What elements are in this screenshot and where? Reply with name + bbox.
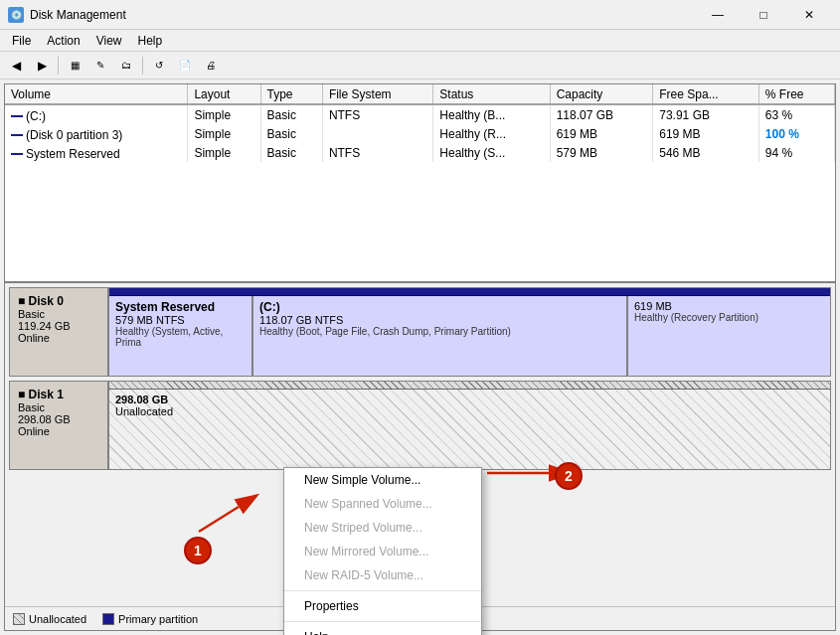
ctx-new-striped-volume: New Striped Volume...	[284, 516, 481, 540]
cell-status: Healthy (S...	[433, 143, 550, 162]
table-row[interactable]: (C:) Simple Basic NTFS Healthy (B... 118…	[5, 104, 835, 124]
cell-layout: Simple	[188, 124, 260, 143]
back-button[interactable]: ◀	[4, 55, 28, 77]
disk-1-status: Online	[18, 425, 99, 437]
disk-icon: ■	[18, 294, 29, 308]
disk-1-bar-unalloc	[109, 382, 830, 390]
legend-unalloc-label: Unallocated	[29, 613, 86, 625]
ctx-help[interactable]: Help	[284, 625, 481, 635]
disk-0-status: Online	[18, 332, 99, 344]
minimize-button[interactable]: —	[695, 0, 741, 30]
toolbar-separator-2	[142, 57, 143, 75]
partition-size: 619 MB	[634, 300, 824, 312]
cell-layout: Simple	[188, 104, 260, 124]
disk-0-name: ■ Disk 0	[18, 294, 99, 308]
toolbar-btn-3[interactable]: 🗂	[114, 55, 138, 77]
col-status[interactable]: Status	[433, 84, 550, 104]
disk-1-size: 298.08 GB	[18, 413, 99, 425]
toolbar-btn-5[interactable]: 📄	[173, 55, 197, 77]
cell-pct: 100 %	[758, 124, 834, 143]
cell-type: Basic	[260, 143, 322, 162]
menu-help[interactable]: Help	[130, 30, 171, 51]
toolbar-btn-2[interactable]: ✎	[88, 55, 112, 77]
maximize-button[interactable]: □	[741, 0, 786, 30]
ctx-new-spanned-volume: New Spanned Volume...	[284, 492, 481, 516]
ctx-sep-2	[284, 621, 481, 622]
close-button[interactable]: ✕	[786, 0, 832, 30]
cell-capacity: 619 MB	[550, 124, 653, 143]
partition-name: System Reserved	[115, 300, 246, 314]
toolbar-btn-4[interactable]: ↺	[147, 55, 171, 77]
partition-recovery[interactable]: 619 MB Healthy (Recovery Partition)	[628, 296, 830, 376]
partition-name: (C:)	[259, 300, 620, 314]
disk-1-type: Basic	[18, 401, 99, 413]
volumes-table: Volume Layout Type File System Status Ca…	[5, 84, 835, 162]
legend-unallocated: Unallocated	[13, 613, 86, 625]
partition-status: Healthy (System, Active, Prima	[115, 326, 246, 348]
cell-free: 619 MB	[653, 124, 759, 143]
legend-unalloc-icon	[13, 613, 25, 625]
col-capacity[interactable]: Capacity	[550, 84, 653, 104]
toolbar-btn-1[interactable]: ▦	[63, 55, 86, 77]
menu-file[interactable]: File	[4, 30, 39, 51]
disk-1-partitions-row: 298.08 GB Unallocated	[109, 390, 830, 469]
menu-view[interactable]: View	[88, 30, 130, 51]
partition-size: 118.07 GB NTFS	[259, 314, 620, 326]
col-percentfree[interactable]: % Free	[758, 84, 834, 104]
disk-0-label: ■ Disk 0 Basic 119.24 GB Online	[10, 288, 109, 376]
annotation-badge-1: 1	[184, 537, 212, 564]
forward-button[interactable]: ▶	[30, 55, 54, 77]
cell-status: Healthy (B...	[433, 104, 550, 124]
menu-bar: File Action View Help	[0, 30, 840, 52]
cell-volume: (Disk 0 partition 3)	[5, 124, 188, 143]
cell-status: Healthy (R...	[433, 124, 550, 143]
annotation-badge-2: 2	[555, 462, 583, 490]
cell-free: 73.91 GB	[653, 104, 759, 124]
cell-volume: System Reserved	[5, 143, 188, 162]
partition-unallocated[interactable]: 298.08 GB Unallocated	[109, 390, 830, 469]
ctx-new-simple-volume[interactable]: New Simple Volume...	[284, 468, 481, 492]
table-row[interactable]: System Reserved Simple Basic NTFS Health…	[5, 143, 835, 162]
disk-0-row: ■ Disk 0 Basic 119.24 GB Online System R…	[9, 287, 831, 377]
partition-sysreserved[interactable]: System Reserved 579 MB NTFS Healthy (Sys…	[109, 296, 253, 376]
ctx-new-raid5-volume: New RAID-5 Volume...	[284, 563, 481, 587]
disk-1-row: ■ Disk 1 Basic 298.08 GB Online 298.08 G…	[9, 381, 831, 470]
legend-primary-label: Primary partition	[118, 613, 198, 625]
disk-0-size: 119.24 GB	[18, 320, 99, 332]
disk-0-partitions: System Reserved 579 MB NTFS Healthy (Sys…	[109, 288, 830, 376]
app-icon: 💿	[8, 7, 24, 23]
disk-0-bar-1	[109, 288, 253, 296]
window-title: Disk Management	[30, 8, 126, 22]
col-filesystem[interactable]: File System	[322, 84, 432, 104]
col-layout[interactable]: Layout	[188, 84, 260, 104]
partition-c[interactable]: (C:) 118.07 GB NTFS Healthy (Boot, Page …	[253, 296, 628, 376]
cell-fs: NTFS	[322, 104, 432, 124]
toolbar-separator-1	[58, 57, 59, 75]
table-area: Volume Layout Type File System Status Ca…	[5, 84, 835, 283]
partition-size: 298.08 GB	[115, 394, 824, 405]
menu-action[interactable]: Action	[39, 30, 87, 51]
ctx-sep-1	[284, 590, 481, 591]
table-header-row: Volume Layout Type File System Status Ca…	[5, 84, 835, 104]
partition-status: Healthy (Boot, Page File, Crash Dump, Pr…	[259, 326, 620, 337]
toolbar-btn-6[interactable]: 🖨	[199, 55, 223, 77]
cell-capacity: 118.07 GB	[550, 104, 653, 124]
partition-status: Healthy (Recovery Partition)	[634, 312, 824, 323]
cell-fs: NTFS	[322, 143, 432, 162]
disk-0-bar-2	[253, 288, 628, 296]
col-type[interactable]: Type	[260, 84, 322, 104]
legend-primary: Primary partition	[102, 613, 198, 625]
col-volume[interactable]: Volume	[5, 84, 188, 104]
ctx-properties[interactable]: Properties	[284, 594, 481, 618]
cell-pct: 63 %	[758, 104, 834, 124]
window-controls: — □ ✕	[695, 0, 832, 30]
disk-0-type: Basic	[18, 308, 99, 320]
cell-type: Basic	[260, 104, 322, 124]
disk-0-partitions-row: System Reserved 579 MB NTFS Healthy (Sys…	[109, 296, 830, 376]
partition-size: 579 MB NTFS	[115, 314, 246, 326]
table-row[interactable]: (Disk 0 partition 3) Simple Basic Health…	[5, 124, 835, 143]
col-freespace[interactable]: Free Spa...	[653, 84, 759, 104]
disk-1-partitions: 298.08 GB Unallocated	[109, 382, 830, 469]
cell-capacity: 579 MB	[550, 143, 653, 162]
legend-primary-icon	[102, 613, 114, 625]
